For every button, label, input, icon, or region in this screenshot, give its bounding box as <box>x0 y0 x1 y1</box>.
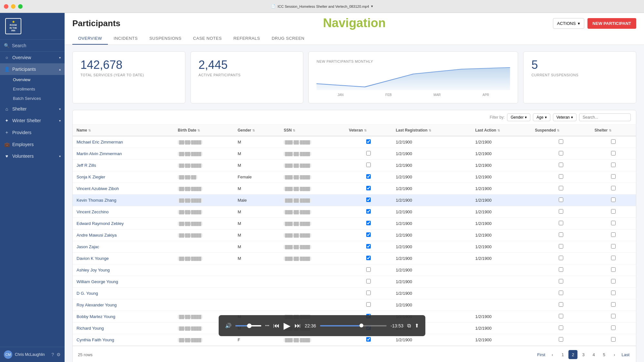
suspended-checkbox[interactable] <box>559 139 563 144</box>
tab-referrals[interactable]: REFERRALS <box>228 33 266 45</box>
veteran-checkbox[interactable] <box>366 139 371 144</box>
veteran-checkbox[interactable] <box>366 256 371 260</box>
last-page-link[interactable]: Last <box>620 352 631 357</box>
first-page-link[interactable]: First <box>536 352 546 357</box>
close-button[interactable] <box>4 4 8 9</box>
sidebar-item-winter-shelter[interactable]: ✦ Winter Shelter ▾ <box>0 115 65 126</box>
next-page-button[interactable]: › <box>610 350 619 359</box>
sidebar-item-providers[interactable]: ＋ Providers <box>0 126 65 139</box>
table-search-input[interactable] <box>579 113 631 121</box>
suspended-checkbox[interactable] <box>559 221 563 225</box>
shelter-checkbox[interactable] <box>611 197 616 202</box>
shelter-checkbox[interactable] <box>611 209 616 214</box>
settings-icon[interactable]: ⚙ <box>57 352 61 357</box>
table-row[interactable]: Sonja K Ziegler ██/██/██ Female ███-██-█… <box>73 171 636 183</box>
veteran-checkbox[interactable] <box>366 244 371 249</box>
veteran-filter[interactable]: Veteran ▾ <box>553 113 576 121</box>
help-icon[interactable]: ? <box>51 352 54 357</box>
veteran-checkbox[interactable] <box>366 221 371 225</box>
pip-button[interactable]: ⧉ <box>407 323 411 329</box>
suspended-checkbox[interactable] <box>559 186 563 190</box>
shelter-checkbox[interactable] <box>611 139 616 144</box>
suspended-checkbox[interactable] <box>559 302 563 307</box>
col-veteran[interactable]: Veteran ⇅ <box>345 125 392 136</box>
suspended-checkbox[interactable] <box>559 244 563 249</box>
veteran-checkbox[interactable] <box>366 302 371 307</box>
page-2-button[interactable]: 2 <box>568 350 577 359</box>
veteran-checkbox[interactable] <box>366 151 371 155</box>
veteran-checkbox[interactable] <box>366 267 371 272</box>
table-row[interactable]: Kevin Thomas Zhang ██/██/████ Male ███-█… <box>73 195 636 206</box>
suspended-checkbox[interactable] <box>559 163 563 167</box>
sidebar-item-participants[interactable]: 👤 Participants ▴ <box>0 63 65 75</box>
veteran-checkbox[interactable] <box>366 232 371 237</box>
shelter-checkbox[interactable] <box>611 163 616 167</box>
col-ssn[interactable]: SSN ⇅ <box>280 125 345 136</box>
table-row[interactable]: William George Young 1/2/1900 <box>73 276 636 288</box>
suspended-checkbox[interactable] <box>559 325 563 330</box>
table-row[interactable]: Jeff R Zills ██/██/████ M ███-██-████ 1/… <box>73 160 636 171</box>
play-button[interactable]: ▶ <box>284 320 291 331</box>
shelter-checkbox[interactable] <box>611 267 616 272</box>
col-last-reg[interactable]: Last Registration ⇅ <box>392 125 471 136</box>
table-row[interactable]: Ashley Joy Young 1/2/1900 <box>73 264 636 276</box>
table-row[interactable]: Martin Alvin Zimmerman ██/██/████ M ███-… <box>73 148 636 160</box>
shelter-checkbox[interactable] <box>611 151 616 155</box>
veteran-checkbox[interactable] <box>366 174 371 179</box>
sidebar-item-volunteers[interactable]: ♥ Volunteers ▾ <box>0 150 65 162</box>
col-shelter[interactable]: Shelter ⇅ <box>591 125 636 136</box>
veteran-checkbox[interactable] <box>366 163 371 167</box>
shelter-checkbox[interactable] <box>611 314 616 318</box>
table-row[interactable]: Andre Mawusi Zakiya ██/██/████ M ███-██-… <box>73 229 636 241</box>
table-row[interactable]: D G. Young 1/2/1900 <box>73 288 636 299</box>
shelter-checkbox[interactable] <box>611 337 616 342</box>
table-row[interactable]: Edward Raymond Zebley ██/██/████ M ███-█… <box>73 218 636 229</box>
suspended-checkbox[interactable] <box>559 256 563 260</box>
shelter-checkbox[interactable] <box>611 174 616 179</box>
veteran-checkbox[interactable] <box>366 279 371 283</box>
col-gender[interactable]: Gender ⇅ <box>234 125 280 136</box>
shelter-checkbox[interactable] <box>611 221 616 225</box>
volume-icon[interactable]: 🔊 <box>225 323 232 329</box>
tab-suspensions[interactable]: SUSPENSIONS <box>143 33 187 45</box>
tab-drug-screen[interactable]: DRUG SCREEN <box>266 33 310 45</box>
col-birth-date[interactable]: Birth Date ⇅ <box>174 125 234 136</box>
suspended-checkbox[interactable] <box>559 174 563 179</box>
shelter-checkbox[interactable] <box>611 325 616 330</box>
suspended-checkbox[interactable] <box>559 197 563 202</box>
page-5-button[interactable]: 5 <box>599 350 608 359</box>
table-row[interactable]: Vincent Zecchino ██/██/████ M ███-██-███… <box>73 206 636 218</box>
tab-incidents[interactable]: INCIDENTS <box>108 33 144 45</box>
veteran-checkbox[interactable] <box>366 197 371 202</box>
veteran-checkbox[interactable] <box>366 337 371 342</box>
col-suspended[interactable]: Suspended ⇅ <box>531 125 590 136</box>
sidebar-item-employers[interactable]: 💼 Employers <box>0 139 65 150</box>
table-row[interactable]: Davion K Younge ██/██/████ M ███-██-████… <box>73 253 636 264</box>
suspended-checkbox[interactable] <box>559 279 563 283</box>
fast-forward-button[interactable]: ⏭ <box>295 322 301 329</box>
veteran-checkbox[interactable] <box>366 291 371 295</box>
col-name[interactable]: Name ⇅ <box>73 125 174 136</box>
share-button[interactable]: ⬆ <box>415 323 419 329</box>
suspended-checkbox[interactable] <box>559 232 563 237</box>
rewind-button[interactable]: ⏮ <box>273 322 280 329</box>
tab-case-notes[interactable]: CASE NOTES <box>187 33 228 45</box>
sidebar-sub-overview[interactable]: Overview <box>9 75 65 84</box>
col-last-action[interactable]: Last Action ⇅ <box>471 125 531 136</box>
table-row[interactable]: Roy Alexander Young 1/2/1900 <box>73 299 636 311</box>
page-4-button[interactable]: 4 <box>589 350 598 359</box>
gender-filter[interactable]: Gender ▾ <box>507 113 530 121</box>
search-bar[interactable]: 🔍 Search <box>0 40 65 52</box>
sidebar-item-overview[interactable]: ○ Overview ▾ <box>0 52 65 63</box>
prev-page-button[interactable]: ‹ <box>548 350 557 359</box>
shelter-checkbox[interactable] <box>611 302 616 307</box>
shelter-checkbox[interactable] <box>611 279 616 283</box>
table-row[interactable]: Vincent Azubiwe Ziboh ██/██/████ M ███-█… <box>73 183 636 195</box>
shelter-checkbox[interactable] <box>611 291 616 295</box>
suspended-checkbox[interactable] <box>559 291 563 295</box>
shelter-checkbox[interactable] <box>611 256 616 260</box>
page-3-button[interactable]: 3 <box>579 350 588 359</box>
actions-dropdown[interactable]: ACTIONS ▾ <box>553 18 584 29</box>
maximize-button[interactable] <box>18 4 23 9</box>
progress-bar[interactable] <box>320 325 387 326</box>
